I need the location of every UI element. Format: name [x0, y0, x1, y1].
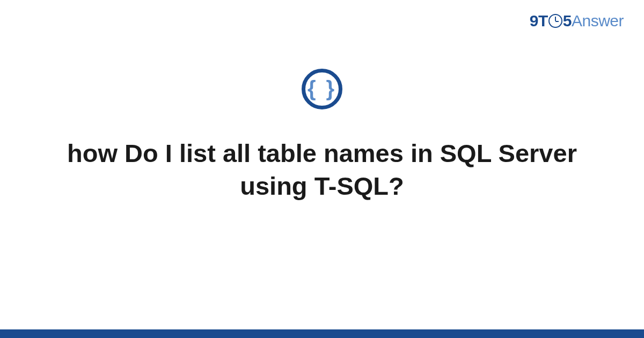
logo-text-9t: 9T — [530, 12, 548, 30]
question-title: how Do I list all table names in SQL Ser… — [32, 137, 612, 202]
braces-glyph: { } — [308, 78, 336, 99]
site-logo: 9T5Answer — [530, 12, 624, 30]
footer-bar — [0, 329, 644, 338]
code-braces-icon: { } — [302, 69, 342, 109]
clock-icon — [548, 14, 562, 28]
logo-text-5: 5 — [563, 12, 572, 30]
logo-text-answer: Answer — [572, 12, 624, 30]
